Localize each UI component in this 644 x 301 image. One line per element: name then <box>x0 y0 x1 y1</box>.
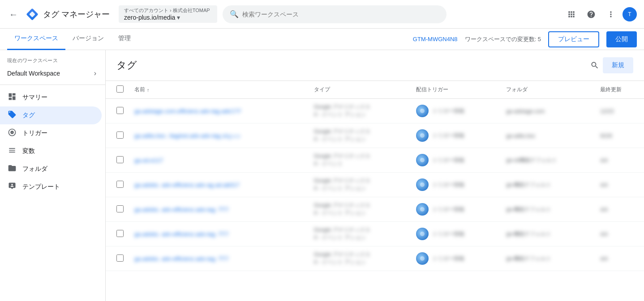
changes-count: ワークスペースでの変更数: 5 <box>465 35 541 43</box>
search-icon <box>590 61 599 70</box>
row-checkbox[interactable] <box>116 181 124 188</box>
top-header-right: T <box>563 6 637 22</box>
tag-name-link[interactable]: ga.adobs. adv-efficienz.ads-tag. TT7 <box>134 231 229 237</box>
new-button[interactable]: 新規 <box>603 57 633 73</box>
sidebar-divider <box>0 85 105 85</box>
sidebar-item-summary[interactable]: サマリー <box>0 89 102 106</box>
row-folder-cell: ga-機能テフォルト <box>501 173 595 197</box>
templates-icon <box>7 182 17 193</box>
row-folder-cell: ga-adstage.com <box>501 99 595 123</box>
help-icon-button[interactable] <box>583 6 599 22</box>
tag-name-subline: GTF <box>231 108 241 114</box>
tab-manage[interactable]: 管理 <box>111 29 138 50</box>
tag-name-link[interactable]: ga.adobs. adv-efficienz.adv-ag.ad.ab017 <box>134 182 240 188</box>
trigger-dot-icon <box>416 178 429 191</box>
select-all-checkbox[interactable] <box>116 85 124 93</box>
tag-name-subline: abg.u.u <box>222 133 240 139</box>
row-checkbox[interactable] <box>116 107 124 114</box>
trigger-dot-icon <box>416 154 429 166</box>
row-checkbox[interactable] <box>116 254 124 262</box>
row-checkbox-cell <box>106 246 129 271</box>
trigger-dot-icon <box>416 203 429 216</box>
row-updated-cell: 4/4 <box>595 246 644 271</box>
tags-table-body: ga.adstage.com.efficienz.adv-tag.adsGTFG… <box>106 99 644 271</box>
more-options-button[interactable] <box>603 6 619 22</box>
tag-name-link[interactable]: ga.sd.e117 <box>134 157 163 164</box>
table-row: ga.adobs. adv-efficienz.ads-tag. TT7Goog… <box>106 222 644 246</box>
preview-button[interactable]: プレビュー <box>548 31 599 47</box>
row-type-cell: Google アナリティクス4 - イベント アション <box>309 246 411 271</box>
sidebar-item-triggers[interactable]: トリガー <box>0 124 102 142</box>
type-column-header: タイプ <box>309 81 411 99</box>
updated-column-header: 最終更新 <box>595 81 644 99</box>
row-name-cell: ga.adobs. adv-efficienz.adv-ag.ad.ab017 <box>129 173 309 197</box>
row-updated-cell: 4/4 <box>595 148 644 173</box>
search-bar: 🔍 <box>223 5 447 23</box>
folder-column-header: フォルダ <box>501 81 595 99</box>
table-row: ga.adobs. adv-efficienz.adv-ag.ad.ab017G… <box>106 173 644 197</box>
sidebar-item-folders[interactable]: フォルダ <box>0 160 102 178</box>
content-area: タグ 新規 名前 ↑ <box>106 50 644 301</box>
row-folder-cell: ga-sd機能テフォルト <box>501 148 595 173</box>
top-header: ← タグ マネージャー すべてのアカウント › 株式会社TOMAP zero-p… <box>0 0 644 29</box>
trigger-dot-icon <box>416 228 429 240</box>
table-header: 名前 ↑ タイプ 配信トリガー フォルダ 最終更新 <box>106 81 644 99</box>
tag-name-link[interactable]: ga.adobs. adv-efficienz.ads-tag. TT7 <box>134 255 229 262</box>
back-button[interactable]: ← <box>7 8 20 21</box>
row-type-cell: Google アナリティクス4 - イベント アション <box>309 99 411 123</box>
gtm-logo <box>25 7 39 21</box>
row-name-cell: ga.adobs. adv-efficienz.ads-tag. TT7 <box>129 246 309 271</box>
row-checkbox-cell <box>106 222 129 246</box>
row-trigger-cell: トリガー情報 <box>411 173 501 197</box>
gtm-id[interactable]: GTM-MWGN4N8 <box>413 36 458 42</box>
search-input[interactable] <box>242 11 439 18</box>
sidebar-item-templates[interactable]: テンプレート <box>0 178 102 196</box>
apps-icon-button[interactable] <box>563 6 580 22</box>
row-trigger-cell: トリガー情報 <box>411 148 501 173</box>
triggers-icon <box>7 128 17 139</box>
row-type-cell: Google アナリティクス4 - イベント アション <box>309 197 411 222</box>
tab-version[interactable]: バージョン <box>65 29 111 50</box>
user-avatar[interactable]: T <box>623 7 637 21</box>
tag-name-link[interactable]: ga.adbs.bsc. /tag/est.ads-adv-tag. <box>134 132 222 139</box>
sidebar-item-variables[interactable]: 変数 <box>0 142 102 160</box>
row-folder-cell: ga-adbs.bsc <box>501 123 595 148</box>
tab-right-area: GTM-MWGN4N8 ワークスペースでの変更数: 5 プレビュー 公開 <box>413 31 637 47</box>
main-tabs: ワークスペース バージョン 管理 GTM-MWGN4N8 ワークスペースでの変更… <box>0 29 644 50</box>
tag-name-link[interactable]: ga.adstage.com.efficienz.adv-tag.ads <box>134 108 231 114</box>
sidebar-item-summary-label: サマリー <box>22 93 47 102</box>
table-row: ga.adobs. adv-efficienz.ads-tag. TT7Goog… <box>106 246 644 271</box>
row-type-cell: Google アナリティクス4 - イベント アション <box>309 123 411 148</box>
sidebar-item-tags[interactable]: タグ <box>0 106 102 124</box>
folders-icon <box>7 164 17 175</box>
row-name-cell: ga.sd.e117 <box>129 148 309 173</box>
row-checkbox[interactable] <box>116 156 124 163</box>
row-checkbox-cell <box>106 197 129 222</box>
tab-workspace[interactable]: ワークスペース <box>7 29 65 50</box>
row-folder-cell: ga-機能テフォルト <box>501 222 595 246</box>
sidebar-item-templates-label: テンプレート <box>22 183 60 191</box>
row-name-cell: ga.adbs.bsc. /tag/est.ads-adv-tag.abg.u.… <box>129 123 309 148</box>
row-checkbox-cell <box>106 123 129 148</box>
account-selector[interactable]: すべてのアカウント › 株式会社TOMAP zero-plus.io/media… <box>119 5 217 23</box>
row-checkbox-cell <box>106 148 129 173</box>
row-checkbox-cell <box>106 173 129 197</box>
row-updated-cell: 4/4 <box>595 173 644 197</box>
workspace-selector[interactable]: Default Workspace › <box>0 66 102 81</box>
row-checkbox[interactable] <box>116 131 124 139</box>
row-checkbox[interactable] <box>116 205 124 212</box>
publish-button[interactable]: 公開 <box>606 31 637 47</box>
tag-name-link[interactable]: ga.adobs. adv-efficienz.ads-tag. TT7 <box>134 206 229 213</box>
trigger-dot-icon <box>416 105 429 117</box>
content-search-button[interactable] <box>587 57 603 73</box>
row-updated-cell: 12/23 <box>595 99 644 123</box>
app-title: タグ マネージャー <box>43 9 110 20</box>
sidebar-item-folders-label: フォルダ <box>22 165 47 173</box>
row-updated-cell: 4/4 <box>595 222 644 246</box>
row-checkbox[interactable] <box>116 230 124 237</box>
row-name-cell: ga.adstage.com.efficienz.adv-tag.adsGTF <box>129 99 309 123</box>
summary-icon <box>7 92 17 103</box>
workspace-name: Default Workspace <box>7 70 94 77</box>
row-trigger-cell: トリガー情報 <box>411 99 501 123</box>
trigger-dot-icon <box>416 252 429 265</box>
